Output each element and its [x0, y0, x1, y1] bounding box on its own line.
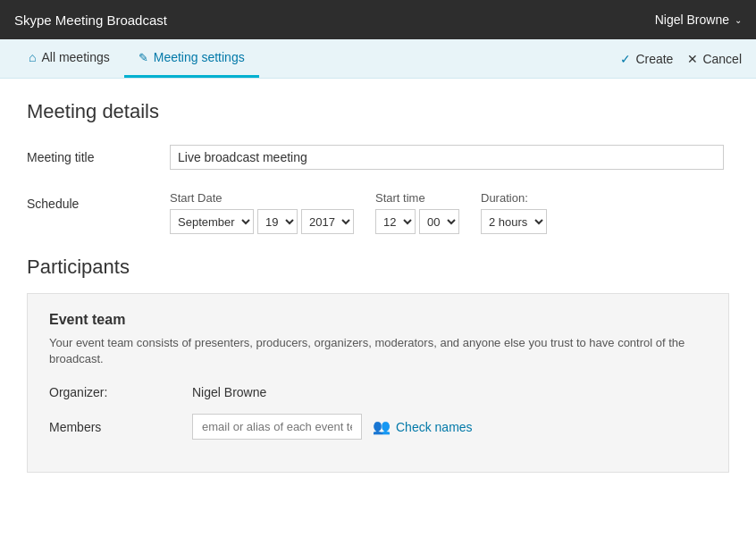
edit-icon: ✎: [139, 51, 148, 64]
members-input-row: 👥 Check names: [192, 414, 473, 440]
meeting-title-row: Meeting title: [27, 145, 729, 170]
people-icon: 👥: [373, 418, 391, 435]
nav-meeting-settings[interactable]: ✎ Meeting settings: [124, 39, 259, 78]
check-names-button[interactable]: 👥 Check names: [373, 418, 473, 435]
meeting-details-title: Meeting details: [27, 100, 729, 123]
cancel-label: Cancel: [702, 52, 742, 66]
duration-select[interactable]: 1 hour 2 hours 3 hours 4 hours: [481, 209, 547, 234]
day-select[interactable]: 19: [257, 209, 298, 234]
main-content: Meeting details Meeting title Schedule S…: [0, 79, 756, 494]
create-button[interactable]: ✓ Create: [620, 52, 673, 66]
meeting-title-input[interactable]: [170, 145, 724, 170]
start-time-label: Start time: [375, 191, 459, 205]
home-icon: ⌂: [29, 50, 36, 64]
start-date-block: Start Date September October November 19…: [170, 191, 354, 234]
meeting-title-control: [170, 145, 729, 170]
chevron-down-icon: ⌄: [735, 15, 742, 25]
all-meetings-label: All meetings: [41, 50, 109, 64]
hour-select[interactable]: 12: [375, 209, 416, 234]
organizer-row: Organizer: Nigel Browne: [49, 385, 707, 399]
start-time-selects: 12 00: [375, 209, 459, 234]
organizer-label: Organizer:: [49, 385, 192, 399]
month-select[interactable]: September October November: [170, 209, 254, 234]
app-header: Skype Meeting Broadcast Nigel Browne ⌄: [0, 0, 756, 39]
nav-left: ⌂ All meetings ✎ Meeting settings: [14, 39, 259, 78]
schedule-group: Start Date September October November 19…: [170, 191, 729, 234]
members-row: Members 👥 Check names: [49, 414, 707, 440]
schedule-row: Schedule Start Date September October No…: [27, 191, 729, 234]
duration-label: Duration:: [481, 191, 547, 205]
app-title: Skype Meeting Broadcast: [14, 13, 167, 28]
schedule-control: Start Date September October November 19…: [170, 191, 729, 234]
start-time-block: Start time 12 00: [375, 191, 459, 234]
start-date-selects: September October November 19 2017: [170, 209, 354, 234]
user-name: Nigel Browne: [655, 13, 729, 27]
year-select[interactable]: 2017: [301, 209, 354, 234]
meeting-settings-label: Meeting settings: [154, 50, 245, 64]
minute-select[interactable]: 00: [419, 209, 459, 234]
schedule-label: Schedule: [27, 191, 170, 211]
members-input[interactable]: [192, 414, 362, 440]
user-menu[interactable]: Nigel Browne ⌄: [655, 13, 742, 27]
check-names-label: Check names: [396, 420, 473, 434]
x-icon: ✕: [687, 52, 698, 66]
event-team-desc: Your event team consists of presenters, …: [49, 335, 707, 367]
meeting-title-label: Meeting title: [27, 145, 170, 164]
nav-bar: ⌂ All meetings ✎ Meeting settings ✓ Crea…: [0, 39, 756, 79]
event-team-box: Event team Your event team consists of p…: [27, 293, 729, 473]
check-icon: ✓: [620, 52, 631, 66]
start-date-label: Start Date: [170, 191, 354, 205]
members-label: Members: [49, 420, 192, 434]
participants-title: Participants: [27, 256, 729, 279]
organizer-value: Nigel Browne: [192, 385, 266, 399]
duration-block: Duration: 1 hour 2 hours 3 hours 4 hours: [481, 191, 547, 234]
cancel-button[interactable]: ✕ Cancel: [687, 52, 742, 66]
nav-right: ✓ Create ✕ Cancel: [620, 52, 742, 66]
create-label: Create: [635, 52, 673, 66]
event-team-title: Event team: [49, 312, 707, 328]
nav-all-meetings[interactable]: ⌂ All meetings: [14, 39, 124, 78]
